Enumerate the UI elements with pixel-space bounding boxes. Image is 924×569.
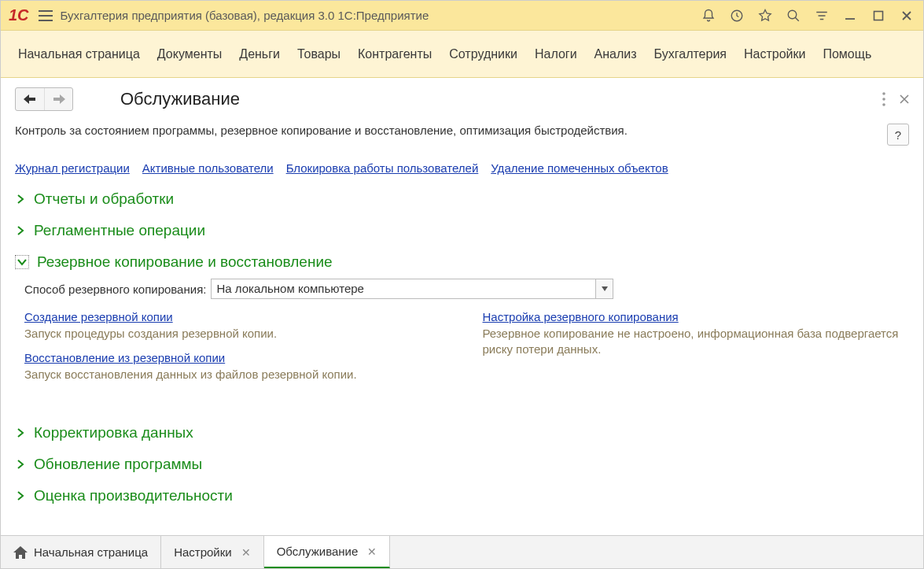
section-backup-title: Резервное копирование и восстановление	[37, 253, 333, 271]
minimize-icon[interactable]	[841, 7, 859, 24]
hamburger-icon[interactable]	[39, 10, 53, 21]
window-title: Бухгалтерия предприятия (базовая), редак…	[61, 9, 700, 22]
backup-method-select[interactable]: На локальном компьютере	[211, 279, 613, 299]
section-performance[interactable]: Оценка производительности	[15, 487, 909, 504]
tab-home-label: Начальная страница	[34, 545, 148, 559]
link-create-backup[interactable]: Создание резервной копии	[24, 310, 173, 323]
bell-icon[interactable]	[700, 7, 717, 24]
history-icon[interactable]	[728, 7, 745, 24]
menu-goods[interactable]: Товары	[297, 47, 341, 61]
nav-forward-button[interactable]	[44, 88, 72, 110]
app-logo: 1C	[9, 6, 29, 24]
page-toolbar: Обслуживание	[1, 78, 923, 116]
chevron-right-icon	[15, 459, 26, 470]
menu-accounting[interactable]: Бухгалтерия	[654, 47, 727, 61]
nav-back-button[interactable]	[16, 88, 44, 110]
svg-point-4	[882, 98, 885, 101]
top-links: Журнал регистрации Активные пользователи…	[15, 161, 909, 175]
star-icon[interactable]	[757, 7, 774, 24]
chevron-right-icon	[15, 490, 26, 501]
main-menu: Начальная страница Документы Деньги Това…	[1, 31, 923, 78]
tab-settings-label: Настройки	[174, 545, 232, 559]
titlebar-controls	[700, 7, 915, 24]
section-reports[interactable]: Отчеты и обработки	[15, 190, 909, 208]
svg-rect-2	[874, 11, 883, 20]
link-block-users[interactable]: Блокировка работы пользователей	[286, 161, 479, 175]
menu-money[interactable]: Деньги	[239, 47, 280, 61]
page-description: Контроль за состоянием программы, резерв…	[15, 124, 879, 137]
menu-taxes[interactable]: Налоги	[535, 47, 577, 61]
menu-analysis[interactable]: Анализ	[595, 47, 637, 61]
section-correction-title: Корректировка данных	[34, 424, 193, 442]
menu-employees[interactable]: Сотрудники	[449, 47, 517, 61]
link-event-log[interactable]: Журнал регистрации	[15, 161, 130, 175]
section-reglament[interactable]: Регламентные операции	[15, 222, 909, 239]
dropdown-button[interactable]	[595, 279, 613, 298]
tab-settings[interactable]: Настройки ✕	[161, 536, 264, 568]
close-page-icon[interactable]	[900, 94, 909, 104]
menu-home[interactable]: Начальная страница	[18, 47, 140, 61]
link-backup-settings[interactable]: Настройка резервного копирования	[483, 310, 679, 323]
section-backup[interactable]: Резервное копирование и восстановление	[15, 253, 909, 271]
menu-help[interactable]: Помощь	[823, 47, 871, 61]
section-reports-title: Отчеты и обработки	[34, 190, 174, 208]
chevron-right-icon	[15, 427, 26, 438]
titlebar: 1C Бухгалтерия предприятия (базовая), ре…	[1, 1, 923, 31]
backup-settings-desc: Резервное копирование не настроено, инфо…	[483, 326, 910, 358]
link-active-users[interactable]: Активные пользователи	[142, 161, 274, 175]
tab-service-label: Обслуживание	[277, 545, 359, 558]
chevron-right-icon	[15, 225, 26, 236]
close-icon[interactable]	[898, 7, 915, 24]
close-tab-icon[interactable]: ✕	[367, 545, 377, 558]
bottom-tabs: Начальная страница Настройки ✕ Обслужива…	[1, 535, 923, 568]
create-backup-desc: Запуск процедуры создания резервной копи…	[24, 326, 451, 342]
home-icon	[13, 546, 28, 559]
svg-point-5	[882, 103, 885, 106]
search-icon[interactable]	[785, 7, 802, 24]
settings-lines-icon[interactable]	[813, 7, 830, 24]
menu-documents[interactable]: Документы	[157, 47, 222, 61]
content-area: Контроль за состоянием программы, резерв…	[1, 116, 923, 535]
nav-buttons	[15, 87, 73, 111]
svg-point-3	[882, 92, 885, 95]
backup-method-value: На локальном компьютере	[212, 279, 595, 298]
chevron-right-icon	[15, 194, 26, 205]
close-tab-icon[interactable]: ✕	[241, 546, 251, 559]
svg-point-1	[788, 10, 797, 19]
link-delete-marked[interactable]: Удаление помеченных объектов	[491, 161, 668, 175]
help-button[interactable]: ?	[887, 124, 909, 146]
menu-settings[interactable]: Настройки	[744, 47, 805, 61]
maximize-icon[interactable]	[870, 7, 887, 24]
page-title: Обслуживание	[120, 89, 240, 109]
backup-method-label: Способ резервного копирования:	[24, 283, 206, 296]
link-restore-backup[interactable]: Восстановление из резервной копии	[24, 351, 225, 364]
section-update-title: Обновление программы	[34, 456, 202, 473]
tab-service[interactable]: Обслуживание ✕	[264, 536, 391, 568]
restore-backup-desc: Запуск восстановления данных из файлов р…	[24, 367, 451, 382]
kebab-icon[interactable]	[882, 92, 885, 106]
menu-counterparties[interactable]: Контрагенты	[358, 47, 432, 61]
section-correction[interactable]: Корректировка данных	[15, 424, 909, 442]
chevron-down-icon	[15, 255, 29, 269]
section-performance-title: Оценка производительности	[34, 487, 233, 504]
tab-home[interactable]: Начальная страница	[1, 536, 161, 568]
section-reglament-title: Регламентные операции	[34, 222, 205, 239]
section-update[interactable]: Обновление программы	[15, 456, 909, 473]
